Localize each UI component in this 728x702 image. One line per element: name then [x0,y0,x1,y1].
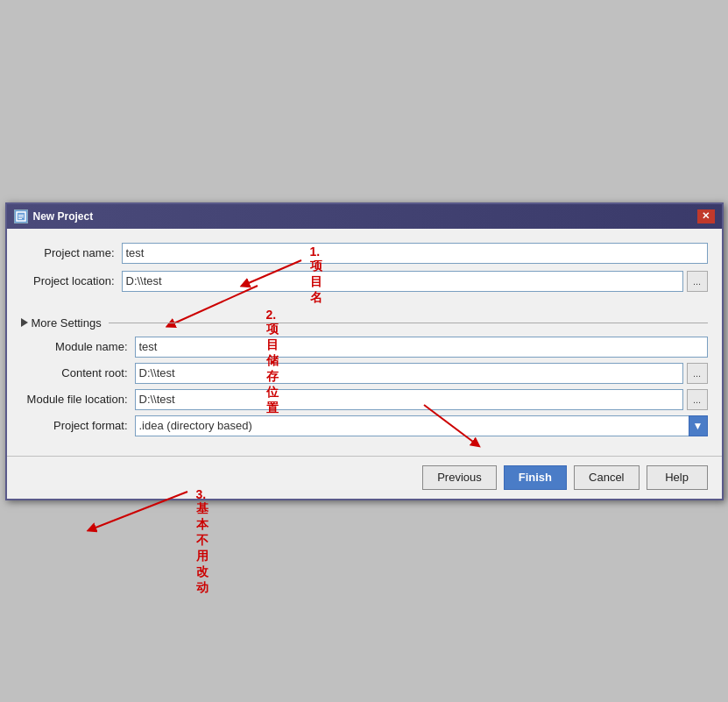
annotation-1-text: 1.项目名 [310,245,322,306]
finish-arrow-area [398,401,503,456]
annotation-area: 1.项目名 2.项目储存位置 [21,299,708,606]
annotation-3-text: 3.基本不用改动 [196,487,209,596]
svg-rect-3 [18,218,22,219]
project-name-label: Project name: [21,246,122,259]
app-icon [14,209,28,223]
project-location-row: Project location: ... [21,271,708,292]
title-bar-left: New Project [14,209,94,223]
project-name-row: Project name: [21,243,708,264]
close-button[interactable]: ✕ [697,209,715,223]
more-settings-label: More Settings [32,316,102,330]
window-title: New Project [33,210,94,223]
dialog-content: Project name: Project location: ... [7,229,722,456]
svg-rect-2 [18,216,24,217]
svg-line-9 [91,492,187,529]
svg-rect-1 [18,215,24,216]
project-location-label: Project location: [21,274,122,287]
title-bar: New Project ✕ [7,204,722,229]
expand-icon [21,318,28,327]
new-project-dialog: New Project ✕ Project name: Project loca… [5,202,724,500]
finish-arrow-svg [398,401,503,453]
more-settings-toggle[interactable]: More Settings [21,316,708,330]
svg-line-11 [424,405,477,444]
arrow3-svg [39,487,196,535]
separator [109,323,708,323]
project-location-browse-button[interactable]: ... [687,271,708,292]
